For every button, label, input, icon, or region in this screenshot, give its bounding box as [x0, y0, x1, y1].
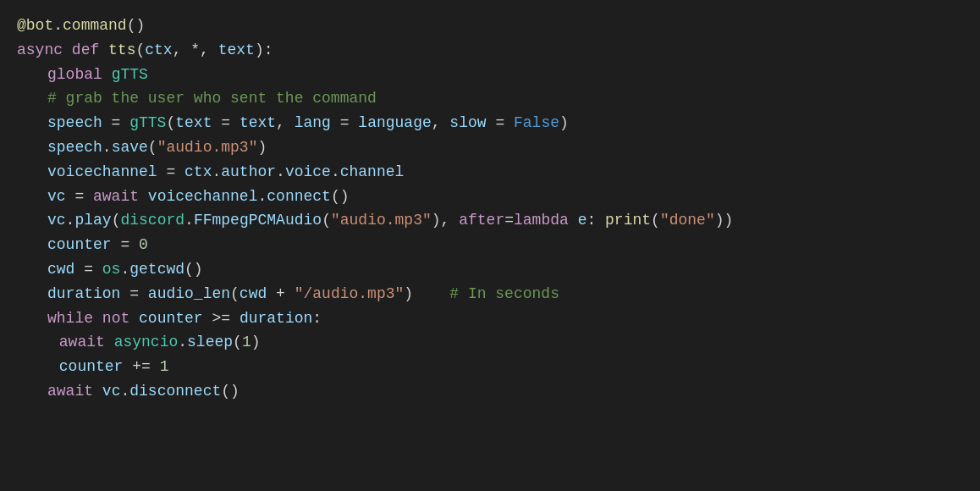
token-plain	[139, 185, 148, 209]
token-var-blue: vc	[102, 379, 121, 404]
token-param: slow	[449, 111, 486, 135]
token-plain: ,	[432, 111, 450, 135]
code-line: counter = 0	[17, 233, 963, 257]
token-plain: ):	[255, 38, 273, 63]
token-var-blue: vc	[47, 208, 66, 233]
token-var-blue: speech	[47, 135, 102, 160]
token-attr: getcwd	[129, 257, 184, 282]
token-builtin: gTTS	[129, 111, 166, 135]
code-line: speech.save("audio.mp3")	[17, 135, 963, 160]
token-module: asyncio	[114, 330, 179, 355]
token-var-blue: counter	[59, 355, 124, 379]
token-plain: ),	[432, 208, 459, 233]
token-var-blue: cwd	[239, 282, 267, 306]
token-plain: ,	[276, 111, 295, 135]
token-plain: .	[178, 330, 187, 355]
token-plain: (	[233, 330, 242, 355]
token-var-blue: speech	[47, 111, 102, 135]
token-builtin: gTTS	[112, 63, 148, 87]
token-module: discord	[120, 208, 184, 233]
token-string: "audio.mp3"	[331, 208, 432, 233]
code-line: async def tts(ctx, *, text):	[17, 38, 963, 63]
token-var-blue: duration	[239, 306, 312, 331]
code-line: while not counter >= duration:	[17, 306, 963, 331]
token-plain	[569, 208, 578, 233]
token-plain	[102, 63, 112, 87]
token-plain: .	[53, 14, 63, 38]
token-plain: =	[120, 282, 147, 306]
token-plain: (	[112, 208, 121, 233]
token-plain: )	[251, 330, 261, 355]
token-plain: ))	[715, 208, 734, 233]
code-editor: @bot.command()async def tts(ctx, *, text…	[0, 0, 980, 491]
token-plain: ()	[331, 185, 350, 209]
token-plain: (	[135, 38, 145, 63]
token-number: 1	[160, 355, 169, 379]
token-var-blue: duration	[47, 282, 120, 306]
token-keyword: global	[47, 63, 102, 87]
token-plain: ()	[221, 379, 239, 404]
token-plain: +	[267, 282, 294, 306]
token-attr: sleep	[187, 330, 233, 355]
token-plain: .	[120, 379, 129, 404]
token-string: "audio.mp3"	[157, 135, 258, 160]
token-plain: ()	[184, 257, 203, 282]
token-plain: .	[212, 160, 221, 185]
code-line: vc = await voicechannel.connect()	[17, 185, 963, 209]
token-attr: disconnect	[129, 379, 221, 404]
token-keyword: while	[47, 306, 93, 331]
token-attr: audio_len	[148, 282, 230, 306]
code-line: vc.play(discord.FFmpegPCMAudio("audio.mp…	[17, 208, 963, 233]
token-plain: ()	[127, 14, 146, 38]
token-number: 1	[242, 330, 251, 355]
token-keyword: await	[47, 379, 93, 404]
code-line: voicechannel = ctx.author.voice.channel	[17, 160, 963, 185]
token-comment: # grab the user who sent the command	[47, 86, 377, 111]
token-plain	[105, 330, 114, 355]
token-plain: .	[66, 208, 75, 233]
token-var-blue: cwd	[47, 257, 74, 282]
token-plain: )	[559, 111, 569, 135]
token-param: text	[175, 111, 212, 135]
token-plain: =	[66, 185, 93, 209]
token-plain: .	[102, 135, 112, 160]
token-attr: voice	[285, 160, 331, 185]
token-plain: .	[120, 257, 129, 282]
token-attr: FFmpegPCMAudio	[194, 208, 322, 233]
token-plain: =	[331, 111, 358, 135]
token-plain: (	[230, 282, 239, 306]
token-plain: .	[184, 208, 194, 233]
code-line: @bot.command()	[17, 14, 963, 38]
token-string: "/audio.mp3"	[295, 282, 405, 306]
token-plain: :	[312, 306, 322, 331]
token-keyword: async	[17, 38, 63, 63]
token-keyword: await	[59, 330, 105, 355]
token-number: 0	[139, 233, 148, 257]
token-plain: =	[212, 111, 239, 135]
token-plain: )	[257, 135, 267, 160]
token-plain	[93, 379, 102, 404]
token-string: "done"	[660, 208, 715, 233]
token-plain: (	[148, 135, 157, 160]
token-var-blue: ctx	[184, 160, 212, 185]
token-comment: # In seconds	[449, 282, 559, 306]
token-module: os	[102, 257, 121, 282]
token-var-blue: language	[358, 111, 431, 135]
token-plain: )	[404, 282, 449, 306]
token-decorator: command	[63, 14, 127, 38]
token-keyword: await	[93, 185, 139, 209]
token-plain: =	[74, 257, 102, 282]
token-attr: connect	[267, 185, 331, 209]
token-param: e	[578, 208, 587, 233]
token-plain: , *,	[173, 38, 218, 63]
token-func-name: tts	[108, 38, 135, 63]
code-line: counter += 1	[17, 355, 963, 379]
token-param: text	[218, 38, 255, 63]
token-false-val: False	[514, 111, 559, 135]
token-plain: .	[331, 160, 340, 185]
token-plain: :	[586, 208, 605, 233]
code-line: # grab the user who sent the command	[17, 86, 963, 111]
token-var-blue: voicechannel	[148, 185, 258, 209]
token-var-blue: vc	[47, 185, 66, 209]
token-var-blue: voicechannel	[47, 160, 157, 185]
